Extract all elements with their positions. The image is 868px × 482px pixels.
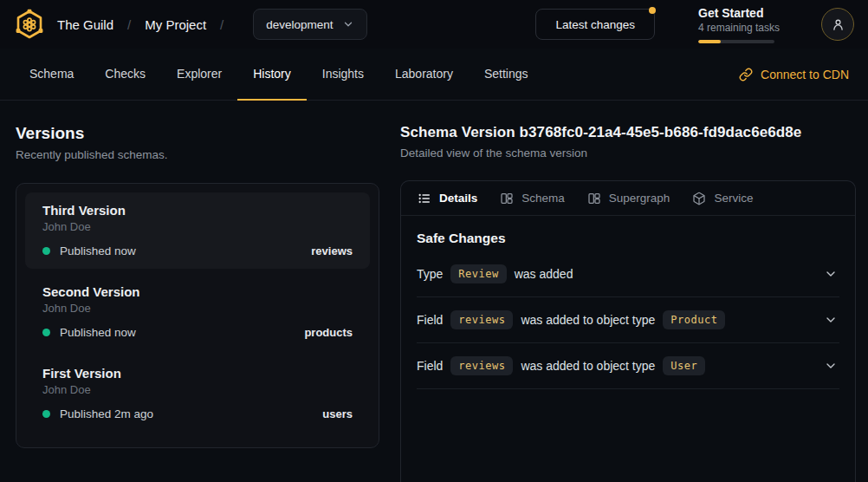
chevron-down-icon: [342, 18, 354, 30]
tab-supergraph-label: Supergraph: [609, 192, 670, 205]
tab-insights[interactable]: Insights: [307, 49, 379, 101]
version-item-first[interactable]: First Version John Doe Published 2m ago …: [25, 355, 370, 432]
chevron-down-icon: [824, 359, 838, 373]
avatar[interactable]: [821, 8, 854, 41]
version-title: Third Version: [42, 203, 353, 218]
columns-icon: [587, 192, 601, 205]
tab-details-label: Details: [439, 192, 477, 205]
tab-laboratory[interactable]: Laboratory: [379, 49, 469, 101]
schema-version-title: Schema Version b3768fc0-21a4-45e5-b686-f…: [400, 124, 856, 141]
versions-title: Versions: [16, 124, 379, 143]
published-status-dot: [42, 247, 50, 255]
main-content: Versions Recently published schemas. Thi…: [0, 101, 868, 482]
link-icon: [739, 68, 753, 81]
detail-tabbar: Details Schema S: [401, 181, 855, 216]
tab-service[interactable]: Service: [681, 181, 764, 216]
schema-version-card: Details Schema S: [400, 180, 856, 482]
get-started-progressbar: [698, 40, 774, 43]
changes-section: Safe Changes Type Review was added Field…: [401, 216, 855, 389]
change-row-field-product[interactable]: Field reviews was added to object type P…: [417, 297, 839, 343]
version-title: First Version: [42, 366, 353, 381]
tab-history[interactable]: History: [237, 49, 307, 101]
change-prefix: Field: [417, 359, 443, 373]
connect-to-cdn-link[interactable]: Connect to CDN: [739, 68, 854, 81]
tab-settings[interactable]: Settings: [469, 49, 544, 101]
user-icon: [831, 17, 845, 32]
change-prefix: Type: [417, 267, 443, 281]
get-started-subtitle: 4 remaining tasks: [698, 22, 776, 34]
code-badge: reviews: [450, 356, 513, 375]
change-prefix: Field: [417, 313, 443, 327]
cube-icon: [692, 192, 706, 205]
latest-changes-button[interactable]: Latest changes: [535, 9, 655, 40]
get-started-widget[interactable]: Get Started 4 remaining tasks: [698, 6, 776, 43]
target-select-dropdown[interactable]: development: [253, 9, 366, 40]
code-badge: Review: [450, 264, 506, 283]
breadcrumb-separator: /: [127, 17, 131, 32]
version-author: John Doe: [42, 220, 353, 233]
version-service: products: [304, 326, 353, 339]
schema-version-detail: Schema Version b3768fc0-21a4-45e5-b686-f…: [400, 101, 856, 482]
versions-list: Third Version John Doe Published now rev…: [16, 183, 379, 448]
code-badge: User: [663, 356, 705, 375]
tab-supergraph[interactable]: Supergraph: [576, 181, 682, 216]
version-item-third[interactable]: Third Version John Doe Published now rev…: [25, 192, 370, 269]
code-badge: reviews: [450, 310, 513, 329]
version-status: Published now: [60, 326, 136, 339]
target-select-value: development: [266, 18, 333, 31]
target-nav: Schema Checks Explorer History Insights …: [0, 49, 868, 101]
version-status: Published now: [60, 244, 136, 257]
change-text: was added to object type: [521, 313, 655, 327]
tab-explorer[interactable]: Explorer: [161, 49, 237, 101]
breadcrumb-project[interactable]: My Project: [145, 17, 206, 32]
change-text: was added to object type: [521, 359, 655, 373]
app-header: The Guild / My Project / development Lat…: [0, 0, 868, 49]
version-service: users: [322, 407, 353, 420]
tab-schema-label: Schema: [521, 192, 565, 205]
notification-dot: [649, 7, 656, 14]
hive-logo-icon[interactable]: [14, 9, 45, 40]
get-started-progress-fill: [698, 40, 721, 43]
breadcrumb-org[interactable]: The Guild: [57, 17, 113, 32]
version-author: John Doe: [42, 302, 353, 315]
chevron-down-icon: [824, 313, 838, 327]
get-started-title: Get Started: [698, 6, 776, 20]
connect-to-cdn-label: Connect to CDN: [761, 68, 849, 81]
version-status: Published 2m ago: [60, 407, 153, 420]
published-status-dot: [42, 329, 50, 336]
change-text: was added: [515, 267, 573, 281]
version-author: John Doe: [42, 383, 353, 396]
latest-changes-label: Latest changes: [555, 18, 635, 31]
schema-version-subtitle: Detailed view of the schema version: [400, 147, 856, 160]
version-service: reviews: [311, 244, 353, 257]
tab-checks[interactable]: Checks: [89, 49, 161, 101]
code-badge: Product: [663, 310, 725, 329]
versions-panel: Versions Recently published schemas. Thi…: [16, 101, 379, 482]
version-item-second[interactable]: Second Version John Doe Published now pr…: [25, 274, 370, 350]
tab-details[interactable]: Details: [406, 181, 489, 216]
safe-changes-title: Safe Changes: [417, 231, 839, 246]
versions-subtitle: Recently published schemas.: [16, 148, 379, 161]
tab-service-label: Service: [714, 192, 753, 205]
published-status-dot: [42, 410, 50, 418]
columns-icon: [500, 192, 514, 205]
change-row-field-user[interactable]: Field reviews was added to object type U…: [417, 343, 839, 389]
list-icon: [418, 192, 431, 205]
chevron-down-icon: [824, 267, 838, 281]
change-row-type-review[interactable]: Type Review was added: [417, 251, 839, 297]
version-title: Second Version: [42, 284, 353, 299]
tab-schema-view[interactable]: Schema: [489, 181, 576, 216]
breadcrumb-separator: /: [220, 17, 223, 32]
tab-schema[interactable]: Schema: [14, 49, 89, 101]
